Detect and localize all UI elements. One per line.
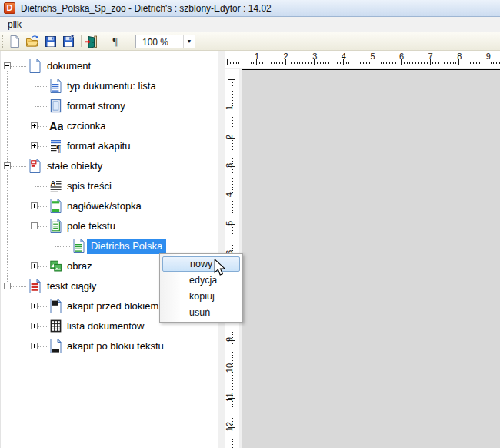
context-menu-item[interactable]: usuń [162,305,240,321]
collapse-minus-icon[interactable] [4,62,11,69]
tree-item[interactable]: pole tekstu [1,218,218,235]
ruler-tick [424,62,425,64]
fixed-objects-icon [28,158,42,177]
tree-item[interactable]: Aaczcionka [1,118,218,135]
ruler-tick [282,62,283,64]
ruler-tick [232,181,233,182]
expand-plus-icon[interactable] [31,303,38,309]
toolbar-gripper[interactable] [2,35,4,48]
ruler-tick [245,62,245,64]
tree-item[interactable]: typ dukumentu: lista [1,78,218,95]
ruler-tick [444,62,445,64]
tree-item[interactable]: Dietrichs Polska [1,238,218,255]
ruler-tick [232,178,233,179]
ruler-tick [230,62,231,64]
menu-item-plik[interactable]: plik [0,17,29,32]
ruler-tick [432,62,433,64]
ruler-tick [407,62,408,64]
tree-item-label[interactable]: Dietrichs Polska [87,239,166,254]
tree-item[interactable]: Aspis treści [1,178,218,195]
tree-item-label[interactable]: typ dukumentu: lista [67,78,156,95]
tree-item-label[interactable]: spis treści [67,178,112,195]
tree-item[interactable]: ¶format akapitu [1,138,218,155]
ruler-tick [232,112,233,112]
document-icon [28,58,42,77]
tree-item-label[interactable]: akapit przed blokiem [67,298,158,315]
context-menu-item[interactable]: edycja [162,272,240,289]
tree-item-label[interactable]: czcionka [67,118,106,135]
ruler-number: 4 [342,52,346,61]
chevron-down-icon[interactable]: ▼ [183,35,195,48]
zoom-combo[interactable]: 100 % ▼ [135,35,195,48]
tree-item-label[interactable]: format akapitu [67,138,130,155]
expand-plus-icon[interactable] [31,202,38,209]
svg-text:¶: ¶ [113,36,118,48]
ruler-tick [375,62,375,64]
expand-plus-icon[interactable] [31,343,38,349]
ruler-tick [442,62,442,64]
expand-plus-icon[interactable] [31,323,38,329]
save-icon [44,38,58,51]
ruler-tick [438,62,439,64]
ruler-tick [232,352,233,353]
tree-item-label[interactable]: nagłówek/stopka [67,198,142,215]
ruler-tick [232,329,233,329]
formatting-marks-button[interactable]: ¶ [109,35,123,48]
save-button[interactable] [44,35,58,48]
expand-plus-icon[interactable] [31,122,38,129]
ruler-tick [265,62,265,64]
ruler-tick [232,82,233,83]
paragraph-after-block-icon [48,338,63,357]
ruler-tick [320,62,321,64]
collapse-minus-icon[interactable] [31,222,38,229]
paragraph-before-block-icon [48,298,63,317]
ruler-tick [291,62,292,64]
ruler-tick [232,187,233,188]
tree-item-label[interactable]: pole tekstu [67,218,115,235]
tree-item-label[interactable]: format strony [67,98,125,115]
context-menu-item[interactable]: kopiuj [162,289,240,305]
expand-plus-icon[interactable] [31,142,38,149]
ruler-tick [232,149,233,150]
new-document-button[interactable] [8,35,22,48]
ruler-tick [383,62,384,64]
ruler-tick [482,62,482,64]
ruler-tick [302,62,303,64]
ruler-tick [392,62,393,64]
ruler-tick [294,62,295,64]
tree-item[interactable]: stałe obiekty [1,158,218,175]
tree-item-label[interactable]: dokument [47,58,91,75]
collapse-minus-icon[interactable] [4,162,11,169]
ruler-tick [232,418,233,419]
ruler-tick [232,355,233,356]
ruler-tick [389,62,390,64]
ruler-tick [232,323,233,323]
save-all-icon [62,38,75,51]
context-menu-item[interactable]: nowy [162,256,240,272]
ruler-tick [232,210,233,211]
open-button[interactable] [25,35,39,48]
ruler-tick [274,62,275,64]
tree-item[interactable]: akapit po bloku tekstu [1,338,218,355]
ruler-tick [232,169,233,170]
ruler-tick [232,212,233,213]
ruler-tick [232,140,233,141]
tree-item-label[interactable]: stałe obiekty [47,158,102,175]
ruler-tick [232,332,233,333]
ruler-number: 1 [255,52,259,61]
ruler-tick [233,62,234,64]
ruler-tick [232,94,233,95]
tree-item-label[interactable]: akapit po bloku tekstu [67,338,164,355]
ruler-tick [232,115,233,115]
collapse-minus-icon[interactable] [4,283,11,289]
tree-item[interactable]: nagłówek/stopka [1,198,218,215]
expand-plus-icon[interactable] [31,262,38,269]
save-all-button[interactable] [62,35,75,48]
exit-editor-button[interactable] [85,35,98,48]
tree-item[interactable]: dokument [1,58,218,75]
tree-item[interactable]: format strony [1,98,218,115]
title-bar[interactable]: D Dietrichs_Polska_Sp_zoo - Dietrich's :… [0,0,500,17]
tree-item-label[interactable]: lista dokumentów [67,318,144,335]
tree-item-label[interactable]: teskt ciągły [47,278,96,295]
tree-item-label[interactable]: obraz [67,258,92,275]
